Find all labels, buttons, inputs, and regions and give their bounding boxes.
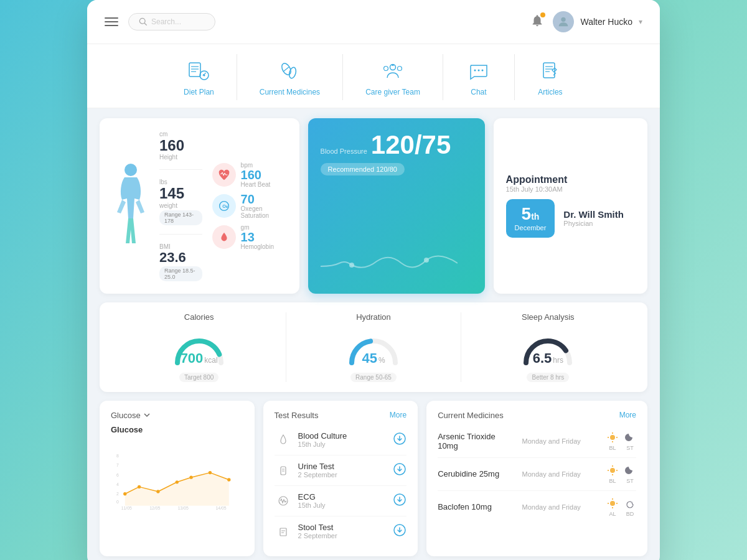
svg-point-40 [189, 476, 192, 479]
vitals-card: cm 160 Height lbs 145 weight Range 143-1… [100, 118, 299, 294]
moon-icon [624, 431, 636, 444]
sun-icon [606, 497, 619, 510]
sleep-value-display: 6.5hrs [533, 350, 563, 366]
medicines-more[interactable]: More [619, 411, 636, 419]
med-morning-label-2: BL [609, 478, 616, 484]
svg-point-11 [288, 67, 297, 79]
svg-text:0: 0 [116, 500, 119, 504]
height-value: 160 [159, 138, 202, 154]
hemoglobin-icon [212, 225, 236, 249]
glucose-card: Glucose Glucose 8 7 6 4 2 0 [100, 401, 255, 556]
search-box[interactable]: Search... [128, 13, 215, 30]
main-content: cm 160 Height lbs 145 weight Range 143-1… [87, 108, 660, 560]
sleep-title: Sleep Analysis [522, 312, 575, 322]
bp-value: 120/75 [371, 131, 451, 159]
nav-item-diet-plan[interactable]: Diet Plan [161, 54, 237, 100]
user-name: Walter Hucko [580, 17, 632, 27]
med-night-label-2: ST [626, 478, 634, 484]
appt-suffix: th [531, 212, 539, 222]
svg-point-38 [156, 490, 159, 493]
urine-test-info: Urine Test 2 September [298, 462, 387, 478]
blood-pressure-card: Blood Pressure 120/75 Recommended 120/80 [308, 118, 485, 294]
medicines-card: Current Medicines More Arsenic Trioxide … [426, 401, 647, 556]
svg-line-10 [283, 67, 289, 72]
notification-button[interactable] [530, 14, 544, 30]
med-icons-2: BL ST [606, 464, 636, 484]
svg-text:14/05: 14/05 [216, 506, 227, 510]
hemoglobin-metric: gm 13 Hemoglobin [212, 224, 287, 250]
sleep-stat: Sleep Analysis 6.5hrs Better 8 hrs [461, 312, 635, 382]
blood-culture-date: 15th July [298, 441, 387, 448]
user-profile[interactable]: Walter Hucko ▾ [553, 11, 642, 32]
oxygen-metric: O₂ 70 Oxegen Saturation [212, 193, 287, 219]
row-2: Calories 700kcal Target 800 Hydrati [100, 302, 647, 392]
hamburger-menu[interactable] [105, 17, 118, 26]
ecg-download[interactable] [393, 493, 406, 509]
header: Search... Walter Hucko ▾ [87, 0, 660, 44]
appt-date-time: 15th July 10:30AM [506, 185, 635, 193]
calories-stat: Calories 700kcal Target 800 [112, 312, 286, 382]
calories-gauge: 700kcal [171, 325, 227, 369]
stool-test-download[interactable] [393, 523, 406, 539]
weight-value: 145 [159, 185, 202, 202]
glucose-dropdown-label: Glucose [111, 411, 141, 420]
doctor-name: Dr. Will Smith [563, 209, 624, 220]
med-icons-1: BL ST [606, 431, 636, 451]
medicine-item-3: Baclofen 10mg Monday and Friday AL [438, 491, 636, 523]
stool-test-name: Stool Test [298, 523, 387, 532]
stool-test-date: 2 September [298, 532, 387, 539]
svg-line-1 [144, 23, 146, 25]
appt-content: 5th December Dr. Will Smith Physician [506, 199, 635, 238]
svg-point-2 [561, 17, 566, 22]
nav-label-chat: Chat [471, 88, 486, 96]
current-medicines-icon [276, 58, 303, 84]
hydration-unit: % [378, 356, 385, 365]
glucose-dropdown[interactable]: Glucose [111, 411, 151, 420]
nav-label-diet-plan: Diet Plan [184, 88, 214, 96]
svg-point-41 [209, 471, 212, 474]
med-night-3: BD [624, 497, 636, 517]
sun-icon [606, 464, 619, 477]
blood-culture-info: Blood Culture 15th July [298, 431, 387, 448]
vitals-info: cm 160 Height lbs 145 weight Range 143-1… [159, 131, 202, 281]
hydration-stat: Hydration 45% Range 50-65 [286, 312, 460, 382]
test-results-more[interactable]: More [390, 411, 406, 419]
med-schedule-1: Monday and Friday [522, 437, 600, 445]
metrics-column: bpm 160 Heart Beat O₂ [212, 131, 287, 281]
hydration-sub: Range 50-65 [350, 373, 397, 382]
nav-item-care-giver-team[interactable]: Care giver Team [343, 54, 443, 100]
calories-sub: Target 800 [179, 373, 218, 382]
svg-text:2: 2 [116, 492, 119, 496]
hydration-value-display: 45% [362, 350, 385, 366]
med-icons-3: AL BD [606, 497, 636, 517]
test-item-stool-test: Stool Test 2 September [275, 516, 407, 546]
test-results-title: Test Results [275, 411, 319, 420]
nav-item-chat[interactable]: Chat [443, 54, 515, 100]
sun-icon [606, 431, 619, 444]
urine-test-download[interactable] [393, 462, 406, 478]
appt-month: December [515, 224, 547, 231]
test-item-urine-test: Urine Test 2 September [275, 455, 407, 486]
medicines-header: Current Medicines More [438, 411, 636, 420]
svg-point-8 [204, 75, 205, 77]
nav-item-articles[interactable]: Articles [515, 54, 586, 100]
appt-header: Appointment 15th July 10:30AM [506, 174, 635, 193]
moon-icon [624, 464, 636, 477]
hydration-value: 45 [362, 350, 377, 366]
heartbeat-metric: bpm 160 Heart Beat [212, 162, 287, 188]
svg-point-63 [610, 468, 615, 473]
oxygen-icon: O₂ [212, 194, 236, 218]
bp-recommended: Recommended 120/80 [321, 163, 405, 175]
blood-culture-download[interactable] [393, 432, 406, 448]
bp-label: Blood Pressure [321, 147, 367, 155]
svg-text:11/05: 11/05 [121, 506, 132, 510]
svg-rect-54 [280, 528, 286, 536]
med-night-label-3: BD [626, 511, 634, 517]
nav-item-current-medicines[interactable]: Current Medicines [237, 54, 343, 100]
calories-value-display: 700kcal [181, 350, 218, 366]
ecg-name: ECG [298, 492, 387, 502]
stool-test-info: Stool Test 2 September [298, 523, 387, 539]
heartbeat-icon [212, 163, 236, 187]
svg-rect-20 [543, 63, 555, 78]
header-left: Search... [105, 13, 215, 30]
